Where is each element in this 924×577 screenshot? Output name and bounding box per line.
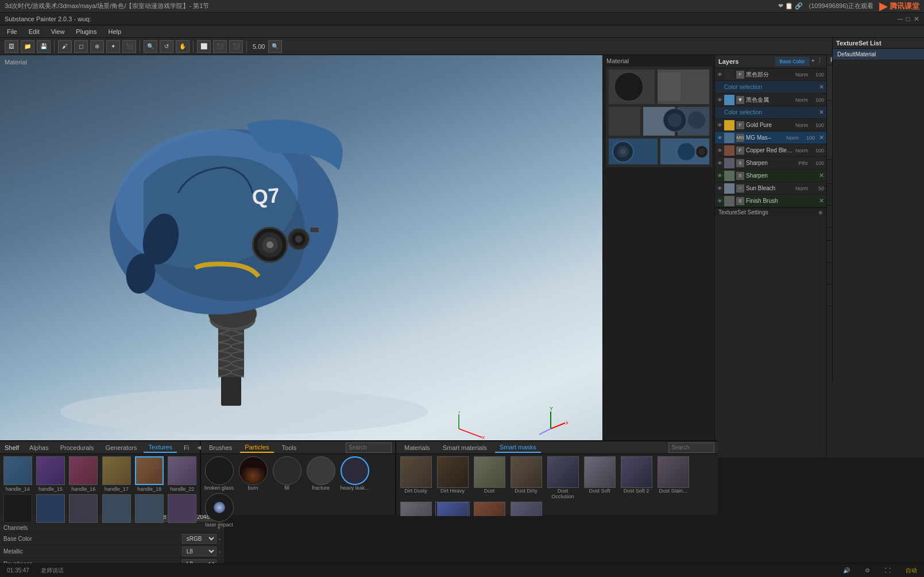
sm-search[interactable] <box>668 443 714 453</box>
ts-base-color-select[interactable]: sRGB <box>182 534 216 544</box>
shelf-item-r2-1[interactable] <box>35 494 65 523</box>
shelf-item-handle16[interactable]: handle_16 <box>68 456 99 492</box>
ts-metallic-select[interactable]: L8 <box>182 547 216 556</box>
brush-tab-particles[interactable]: Particles <box>240 443 273 453</box>
toolbar-select[interactable]: ⊕ <box>90 40 104 53</box>
menu-file[interactable]: File <box>5 27 20 36</box>
layer-close[interactable]: ✕ <box>819 83 824 91</box>
toolbar-save[interactable]: 💾 <box>37 40 51 53</box>
brush-burn[interactable]: burn <box>237 456 269 491</box>
shelf-item-handle22[interactable]: handle_22 <box>167 456 198 492</box>
shelf-item-r2-3[interactable] <box>101 494 132 523</box>
toolbar-2d[interactable]: ⬜ <box>197 40 211 53</box>
ts-expand[interactable]: ⊕ <box>818 210 823 216</box>
shelf-item-r2-4[interactable] <box>134 494 164 523</box>
toolbar-zoom2[interactable]: 🔍 <box>268 40 282 53</box>
toolbar-open[interactable]: 📁 <box>21 40 34 53</box>
toolbar-new[interactable]: 🖼 <box>5 40 18 53</box>
toolbar-move[interactable]: ✦ <box>106 40 120 53</box>
layer-item[interactable]: 👁 ▼ 黑色金属 Norm 100 <box>715 94 826 106</box>
ts-metallic-minus[interactable]: - <box>219 548 221 555</box>
layer-close[interactable]: ✕ <box>819 172 824 179</box>
toolbar-zoom[interactable]: 🔍 <box>144 40 157 53</box>
toolbar-pan[interactable]: ✋ <box>176 40 190 53</box>
shelf-tab-textures[interactable]: Textures <box>144 443 177 453</box>
mask-dust[interactable]: Dust <box>472 456 507 499</box>
layer-item[interactable]: 👁 F Copper Red Bleacher Norm 100 <box>715 144 826 157</box>
menu-edit[interactable]: Edit <box>26 27 42 36</box>
toolbar-brush[interactable]: 🖌 <box>58 40 72 53</box>
layer-item[interactable]: 👁 ↑ Sun Bleach Norm 50 <box>715 182 826 195</box>
layer-btn-basecolor[interactable]: Base Color <box>775 57 810 66</box>
mask-edge-down[interactable]: Edge Down <box>435 502 470 516</box>
layer-item[interactable]: Color selection ✕ <box>715 81 826 94</box>
mask-dust-subtle[interactable]: Dust Subtle <box>399 502 433 516</box>
status-extra[interactable]: 自动 <box>906 567 917 575</box>
shelf-item-handle17[interactable]: handle_17 <box>101 456 132 492</box>
sm-tab-materials[interactable]: Materials <box>400 443 435 452</box>
brush-search[interactable] <box>346 443 392 453</box>
mask-edge-rust[interactable]: Edge Rust <box>472 502 507 516</box>
layer-close[interactable]: ✕ <box>819 197 824 205</box>
layer-visibility[interactable]: 👁 <box>717 160 722 166</box>
mask-dust-dirty[interactable]: Dust Dirty <box>509 456 543 499</box>
layer-visibility[interactable]: 👁 <box>717 148 722 153</box>
shelf-tab-alphas[interactable]: Alphas <box>25 443 53 452</box>
brush-tab-brushes[interactable]: Brushes <box>204 443 237 452</box>
toolbar-layer[interactable]: ⬛ <box>122 40 136 53</box>
layer-close[interactable]: ✕ <box>819 109 824 116</box>
shelf-item-handle14[interactable]: handle_14 <box>2 456 33 492</box>
shelf-item-r2-2[interactable] <box>68 494 99 523</box>
layer-visibility[interactable]: 👁 <box>717 122 722 128</box>
toolbar-rotate[interactable]: ↺ <box>160 40 173 53</box>
layer-visibility[interactable]: 👁 <box>717 186 722 191</box>
brush-heavy-leak[interactable]: heavy leak... <box>339 456 370 491</box>
minimize-btn[interactable]: ─ <box>898 15 903 23</box>
mask-dirt-heavy[interactable]: Dirt Heavy <box>435 456 470 499</box>
mask-dust-occlusion[interactable]: Dust Occlusion <box>546 456 580 499</box>
maximize-btn[interactable]: □ <box>906 15 910 23</box>
mask-dust-stain[interactable]: Dust Stain... <box>656 456 690 499</box>
status-volume[interactable]: 🔊 <box>843 567 850 574</box>
mask-dust-soft2[interactable]: Dust Soft 2 <box>619 456 654 499</box>
layer-visibility[interactable]: 👁 <box>717 97 722 103</box>
shelf-item-handle15[interactable]: handle_15 <box>35 456 65 492</box>
sm-tab-smart-masks[interactable]: Smart masks <box>495 443 541 453</box>
shelf-item-handle18[interactable]: handle_18 <box>134 456 164 492</box>
mask-dust-soft[interactable]: Dust Soft <box>582 456 617 499</box>
textureset-item[interactable]: DefaultMaterial <box>833 55 924 60</box>
close-btn[interactable]: ✕ <box>914 15 919 23</box>
shelf-item-r2-0[interactable] <box>2 494 33 523</box>
texture-preview[interactable] <box>606 67 712 167</box>
mask-dirt-dusty[interactable]: Dirt Dusty <box>399 456 433 499</box>
toolbar-eraser[interactable]: ◻ <box>74 40 88 53</box>
layer-add[interactable]: + <box>811 57 815 66</box>
brush-broken-glass[interactable]: broken glass <box>203 456 235 491</box>
brush-fracture[interactable]: fracture <box>305 456 337 491</box>
layer-visibility[interactable]: 👁 <box>717 135 722 141</box>
shelf-item-r2-5[interactable] <box>167 494 198 523</box>
main-viewport[interactable]: Material <box>0 55 602 457</box>
sm-tab-smart-materials[interactable]: Smart materials <box>438 443 492 452</box>
brush-laser-impact[interactable]: laser impact <box>203 493 235 528</box>
shelf-tab-fi[interactable]: Fi <box>179 443 194 452</box>
layer-visibility[interactable]: 👁 <box>717 173 722 179</box>
layer-item[interactable]: 👁 F 黑色部分 Norm 100 <box>715 68 826 81</box>
layer-close[interactable]: ✕ <box>819 134 824 141</box>
status-fullscreen[interactable]: ⛶ <box>885 567 891 574</box>
layer-options[interactable]: ⋮ <box>817 57 823 66</box>
menu-view[interactable]: View <box>49 27 67 36</box>
toolbar-split[interactable]: ⬛ <box>229 40 243 53</box>
layer-item[interactable]: Color selection ✕ <box>715 106 826 119</box>
layer-item[interactable]: 👁 S Sharpen ✕ <box>715 170 826 182</box>
layer-item[interactable]: 👁 F Gold Pure Norm 100 <box>715 119 826 132</box>
brush-tab-tools[interactable]: Tools <box>277 443 301 452</box>
ts-base-minus[interactable]: - <box>219 536 221 542</box>
layer-item[interactable]: 👁 S Finish Brush ✕ <box>715 195 826 207</box>
window-controls[interactable]: ─ □ ✕ <box>898 15 919 23</box>
layer-item[interactable]: 👁 S Sharpen Pthr 100 <box>715 157 826 170</box>
shelf-tab-generators[interactable]: Generators <box>100 443 141 452</box>
toolbar-3d[interactable]: ⬛ <box>213 40 227 53</box>
layer-visibility[interactable]: 👁 <box>717 198 722 204</box>
menu-plugins[interactable]: Plugins <box>74 27 99 36</box>
